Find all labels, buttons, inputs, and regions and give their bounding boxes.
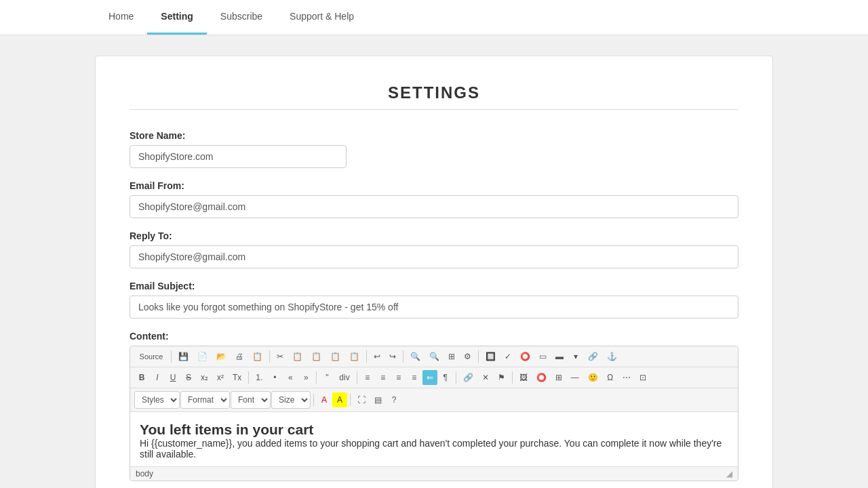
editor-wrapper: Source 💾 📄 📂 🖨 📋 ✂ 📋 📋 📋 📋 ↩ ↪ [130, 346, 738, 481]
input-button[interactable]: 🔲 [481, 349, 500, 364]
select-button[interactable]: ▾ [568, 349, 583, 364]
textarea-button[interactable]: ▬ [551, 349, 568, 364]
page-title: SETTINGS [130, 83, 738, 102]
email-subject-input[interactable] [130, 296, 738, 319]
store-name-group: Store Name: [130, 130, 738, 168]
sep-12 [350, 394, 351, 406]
help-button[interactable]: ? [387, 392, 401, 407]
sep-8 [357, 371, 357, 384]
checkbox-button[interactable]: ✓ [500, 349, 515, 364]
paste-button[interactable]: 📋 [307, 349, 326, 364]
store-name-input[interactable] [130, 145, 347, 168]
link-button[interactable]: 🔗 [584, 349, 602, 364]
spell-check-button[interactable]: ⚙ [460, 349, 475, 364]
ltr-button[interactable]: ¶ [438, 370, 453, 385]
page-break-button[interactable]: ⋯ [618, 370, 635, 385]
paste-text-button[interactable]: 📋 [326, 349, 344, 364]
blockquote-button[interactable]: " [319, 370, 334, 385]
align-justify-button[interactable]: ≡ [407, 370, 422, 385]
font-select[interactable]: Font [231, 391, 271, 409]
sep-4 [403, 350, 403, 363]
find-button[interactable]: 🔍 [406, 349, 425, 364]
cut-button[interactable]: ✂ [273, 349, 288, 364]
align-right-button[interactable]: ≡ [391, 370, 406, 385]
sep-10 [512, 371, 513, 384]
link-remove-button[interactable]: ✕ [478, 370, 493, 385]
editor-status-text: body [136, 469, 153, 479]
reply-to-group: Reply To: [130, 230, 738, 268]
editor-status-bar: body ◢ [130, 466, 738, 481]
superscript-button[interactable]: x² [213, 370, 228, 385]
ordered-list-button[interactable]: 1. [252, 370, 267, 385]
select-all-button[interactable]: ⊞ [444, 349, 459, 364]
styles-select[interactable]: Styles [134, 391, 180, 409]
email-from-label: Email From: [130, 180, 738, 191]
radio-button[interactable]: ⭕ [516, 349, 534, 364]
nav-subscribe[interactable]: Subscribe [207, 0, 276, 35]
align-center-button[interactable]: ≡ [376, 370, 391, 385]
settings-card: SETTINGS Store Name: Email From: Reply T… [95, 56, 773, 488]
resize-handle-icon[interactable]: ◢ [726, 469, 732, 479]
nav-home[interactable]: Home [95, 0, 147, 35]
table-button[interactable]: ⊞ [551, 370, 566, 385]
iframe-button[interactable]: ⊡ [635, 370, 650, 385]
paste-word-button[interactable]: 📋 [345, 349, 363, 364]
indent-button[interactable]: » [298, 370, 313, 385]
size-select[interactable]: Size [271, 391, 311, 409]
remove-format-button[interactable]: Tx [229, 370, 245, 385]
nav-setting[interactable]: Setting [147, 0, 206, 35]
flag-button[interactable]: ⚑ [494, 370, 509, 385]
special-char-button[interactable]: Ω [603, 370, 618, 385]
anchor-button[interactable]: ⚓ [603, 349, 621, 364]
copy-button[interactable]: 📋 [288, 349, 307, 364]
smiley-button[interactable]: 🙂 [584, 370, 602, 385]
bold-button[interactable]: B [134, 370, 149, 385]
show-blocks-button[interactable]: ▤ [370, 392, 386, 407]
redo-button[interactable]: ↪ [385, 349, 400, 364]
sep-11 [313, 394, 314, 406]
textfield-button[interactable]: ▭ [535, 349, 551, 364]
editor-paragraph: Hi {{customer_name}}, you added items to… [140, 438, 728, 460]
sep-2 [269, 350, 270, 363]
format-select[interactable]: Format [180, 391, 230, 409]
undo-button[interactable]: ↩ [370, 349, 384, 364]
div-button[interactable]: div [335, 370, 353, 385]
flash-button[interactable]: ⭕ [532, 370, 551, 385]
sep-7 [316, 371, 317, 384]
email-from-input[interactable] [130, 195, 738, 218]
subscript-button[interactable]: x₂ [197, 370, 212, 385]
rtl-button[interactable]: ⇐ [422, 370, 437, 385]
sep-9 [456, 371, 456, 384]
replace-button[interactable]: 🔍 [425, 349, 443, 364]
sep-6 [248, 371, 249, 384]
store-name-label: Store Name: [130, 130, 738, 141]
strikethrough-button[interactable]: S [181, 370, 196, 385]
italic-button[interactable]: I [150, 370, 165, 385]
content-label: Content: [130, 331, 738, 342]
image-button[interactable]: 🖼 [515, 370, 532, 385]
email-subject-group: Email Subject: [130, 281, 738, 319]
font-color-button[interactable]: A [317, 392, 332, 407]
source-button[interactable]: Source [134, 350, 168, 363]
nav-support[interactable]: Support & Help [276, 0, 368, 35]
toolbar-row-2: B I U S x₂ x² Tx 1. • « » " div ≡ [130, 367, 738, 388]
link-insert-button[interactable]: 🔗 [459, 370, 477, 385]
main-content: SETTINGS Store Name: Email From: Reply T… [0, 35, 868, 488]
preview-button[interactable]: 📋 [248, 349, 267, 364]
editor-body[interactable]: You left items in your cart Hi {{custome… [130, 412, 738, 466]
navigation: Home Setting Subscribe Support & Help [0, 0, 868, 35]
hr-button[interactable]: — [567, 370, 583, 385]
save-button[interactable]: 💾 [174, 349, 193, 364]
bg-color-button[interactable]: A [332, 392, 347, 407]
unordered-list-button[interactable]: • [267, 370, 282, 385]
editor-content-area: You left items in your cart Hi {{custome… [130, 412, 738, 466]
reply-to-label: Reply To: [130, 230, 738, 241]
reply-to-input[interactable] [130, 245, 738, 268]
maximize-button[interactable]: ⛶ [353, 392, 370, 407]
new-button[interactable]: 📄 [193, 349, 212, 364]
outdent-button[interactable]: « [283, 370, 298, 385]
underline-button[interactable]: U [165, 370, 180, 385]
align-left-button[interactable]: ≡ [360, 370, 375, 385]
open-button[interactable]: 📂 [212, 349, 231, 364]
print-button[interactable]: 🖨 [231, 349, 248, 364]
